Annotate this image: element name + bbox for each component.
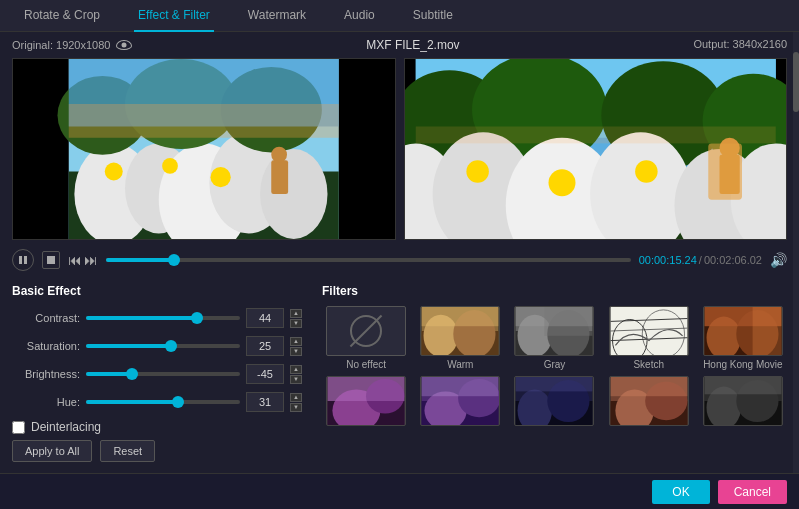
filter-7[interactable] [416, 376, 504, 429]
filter-gray-label: Gray [544, 359, 566, 370]
svg-point-8 [162, 158, 178, 174]
output-video-frame [404, 58, 788, 240]
tab-audio[interactable]: Audio [340, 0, 379, 32]
svg-point-30 [466, 160, 489, 183]
filter-sketch-label: Sketch [633, 359, 664, 370]
contrast-up[interactable]: ▲ [290, 309, 302, 318]
filter-9[interactable] [605, 376, 693, 429]
controls-bar: ⏮ ⏭ 00:00:15.24 / 00:02:06.02 🔊 [0, 244, 799, 276]
saturation-slider[interactable] [86, 344, 240, 348]
tab-subtitle[interactable]: Subtitle [409, 0, 457, 32]
brightness-slider[interactable] [86, 372, 240, 376]
svg-rect-13 [271, 160, 288, 194]
svg-rect-77 [516, 377, 593, 391]
saturation-label: Saturation: [12, 340, 80, 352]
svg-point-9 [211, 167, 231, 187]
filter-sketch[interactable]: Sketch [605, 306, 693, 370]
saturation-row: Saturation: ▲ ▼ [12, 336, 302, 356]
contrast-slider[interactable] [86, 316, 240, 320]
basic-effect-title: Basic Effect [12, 284, 302, 298]
svg-rect-87 [704, 377, 781, 394]
contrast-down[interactable]: ▼ [290, 319, 302, 328]
main-content: Original: 1920x1080 MXF FILE_2.mov Outpu… [0, 32, 799, 509]
progress-bar[interactable] [106, 258, 631, 262]
filter-hong-kong-thumb [703, 306, 783, 356]
filter-gray[interactable]: Gray [510, 306, 598, 370]
basic-effect-panel: Basic Effect Contrast: ▲ ▼ S [12, 284, 302, 465]
time-display: 00:00:15.24 / 00:02:06.02 [639, 254, 762, 266]
svg-rect-62 [752, 307, 781, 355]
svg-rect-72 [422, 377, 499, 396]
apply-to-all-button[interactable]: Apply to All [12, 440, 92, 462]
filters-title: Filters [322, 284, 787, 298]
total-time: 00:02:06.02 [704, 254, 762, 266]
deinterlacing-checkbox[interactable] [12, 421, 25, 434]
brightness-value[interactable] [246, 364, 284, 384]
tab-watermark[interactable]: Watermark [244, 0, 310, 32]
filter-no-effect-label: No effect [346, 359, 386, 370]
filter-8-thumb [514, 376, 594, 426]
eye-icon[interactable] [116, 40, 132, 50]
filter-8[interactable] [510, 376, 598, 429]
volume-icon[interactable]: 🔊 [770, 252, 787, 268]
filter-warm[interactable]: Warm [416, 306, 504, 370]
filter-warm-thumb [420, 306, 500, 356]
svg-rect-39 [47, 256, 55, 264]
hue-value[interactable] [246, 392, 284, 412]
contrast-spinner[interactable]: ▲ ▼ [290, 309, 302, 328]
filter-10-thumb [703, 376, 783, 426]
next-frame-button[interactable]: ⏭ [84, 252, 98, 268]
hue-row: Hue: ▲ ▼ [12, 392, 302, 412]
reset-button[interactable]: Reset [100, 440, 155, 462]
svg-point-6 [260, 149, 328, 239]
tab-effect-filter[interactable]: Effect & Filter [134, 0, 214, 32]
filter-warm-label: Warm [447, 359, 473, 370]
brightness-row: Brightness: ▲ ▼ [12, 364, 302, 384]
filter-hong-kong[interactable]: Hong Kong Movie [699, 306, 787, 370]
filters-panel: Filters No effect [322, 284, 787, 465]
filter-10[interactable] [699, 376, 787, 429]
svg-point-32 [635, 160, 658, 183]
svg-rect-37 [19, 256, 22, 264]
saturation-up[interactable]: ▲ [290, 337, 302, 346]
filter-hong-kong-label: Hong Kong Movie [703, 359, 783, 370]
brightness-label: Brightness: [12, 368, 80, 380]
tab-rotate-crop[interactable]: Rotate & Crop [20, 0, 104, 32]
preview-header: Original: 1920x1080 MXF FILE_2.mov Outpu… [0, 32, 799, 54]
svg-rect-67 [328, 377, 405, 401]
hue-slider[interactable] [86, 400, 240, 404]
bottom-panel: Basic Effect Contrast: ▲ ▼ S [0, 276, 799, 473]
scrollbar-thumb [793, 52, 799, 112]
original-label: Original: 1920x1080 [12, 39, 110, 51]
brightness-up[interactable]: ▲ [290, 365, 302, 374]
svg-rect-16 [69, 104, 339, 138]
filter-6[interactable] [322, 376, 410, 429]
saturation-down[interactable]: ▼ [290, 347, 302, 356]
svg-rect-36 [415, 127, 775, 144]
hue-spinner[interactable]: ▲ ▼ [290, 393, 302, 412]
contrast-value[interactable] [246, 308, 284, 328]
svg-rect-35 [708, 143, 742, 199]
saturation-spinner[interactable]: ▲ ▼ [290, 337, 302, 356]
contrast-label: Contrast: [12, 312, 80, 324]
brightness-down[interactable]: ▼ [290, 375, 302, 384]
contrast-row: Contrast: ▲ ▼ [12, 308, 302, 328]
preview-area [0, 54, 799, 244]
cancel-button[interactable]: Cancel [718, 480, 787, 504]
tab-bar: Rotate & Crop Effect & Filter Watermark … [0, 0, 799, 32]
hue-label: Hue: [12, 396, 80, 408]
svg-point-31 [548, 169, 575, 196]
hue-up[interactable]: ▲ [290, 393, 302, 402]
prev-frame-button[interactable]: ⏮ [68, 252, 82, 268]
filter-no-effect[interactable]: No effect [322, 306, 410, 370]
progress-thumb [168, 254, 180, 266]
svg-point-7 [105, 163, 123, 181]
scrollbar[interactable] [793, 32, 799, 473]
stop-button[interactable] [42, 251, 60, 269]
play-pause-button[interactable] [12, 249, 34, 271]
deinterlacing-label: Deinterlacing [31, 420, 101, 434]
saturation-value[interactable] [246, 336, 284, 356]
brightness-spinner[interactable]: ▲ ▼ [290, 365, 302, 384]
hue-down[interactable]: ▼ [290, 403, 302, 412]
ok-button[interactable]: OK [652, 480, 709, 504]
